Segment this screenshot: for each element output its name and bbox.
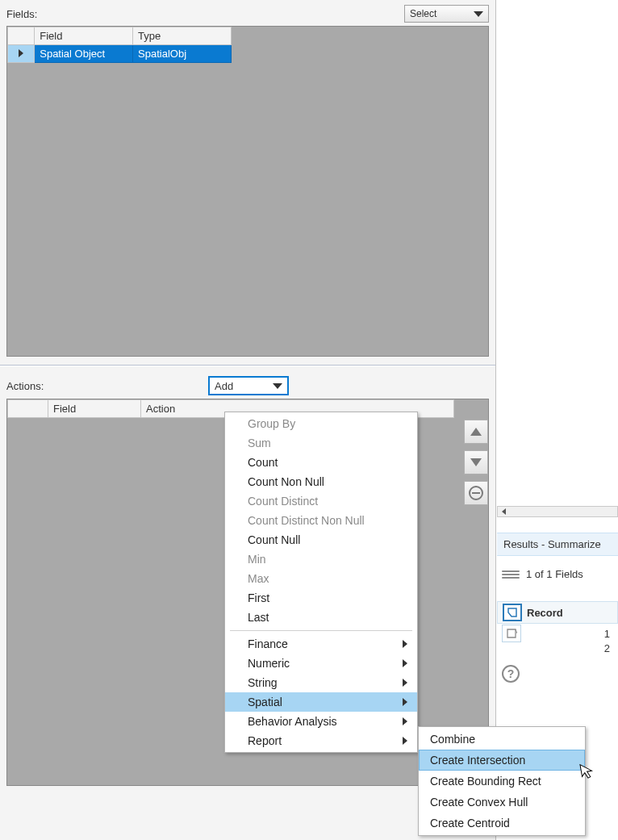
spatial-submenu: Combine Create Intersection Create Bound… <box>418 726 586 836</box>
menu-behavior[interactable]: Behavior Analysis <box>225 712 417 731</box>
pentagon-shape-button[interactable] <box>502 625 521 642</box>
fields-cell-field[interactable]: Spatial Object <box>35 45 133 63</box>
results-row1-num: 1 <box>592 628 613 640</box>
submenu-create-centroid[interactable]: Create Centroid <box>419 813 585 834</box>
menu-count-distinct-non-null[interactable]: Count Distinct Non Null <box>225 511 417 530</box>
fields-section: Fields: Select Field Type Spatial Object… <box>0 0 495 357</box>
results-title: Results - Summarize <box>497 533 618 556</box>
move-up-button[interactable] <box>464 420 488 444</box>
menu-sum[interactable]: Sum <box>225 433 417 453</box>
submenu-create-bounding-rect[interactable]: Create Bounding Rect <box>419 771 585 792</box>
actions-rowhead-header[interactable] <box>8 400 48 418</box>
chevron-down-icon <box>273 383 282 389</box>
fields-row[interactable]: Spatial Object SpatialObj <box>8 45 232 63</box>
chevron-right-icon <box>403 679 407 687</box>
menu-count-non-null[interactable]: Count Non Null <box>225 472 417 491</box>
minus-circle-icon <box>469 486 483 500</box>
menu-string[interactable]: String <box>225 673 417 692</box>
fields-cell-type[interactable]: SpatialObj <box>133 45 232 63</box>
actions-col-field[interactable]: Field <box>48 400 141 418</box>
add-action-menu: Group By Sum Count Count Non Null Count … <box>224 412 418 753</box>
results-panel: Results - Summarize 1 of 1 Fields Record… <box>497 0 618 840</box>
submenu-create-convex-hull[interactable]: Create Convex Hull <box>419 792 585 813</box>
scroll-left-button[interactable] <box>498 507 509 516</box>
fields-select-label: Select <box>410 8 436 19</box>
action-order-buttons <box>464 420 488 505</box>
chevron-right-icon <box>403 659 407 667</box>
menu-last[interactable]: Last <box>225 608 417 627</box>
current-row-icon <box>19 49 23 57</box>
submenu-create-intersection[interactable]: Create Intersection <box>419 750 585 771</box>
chevron-right-icon <box>403 737 407 745</box>
remove-button[interactable] <box>464 481 488 505</box>
results-row2-num: 2 <box>592 642 613 654</box>
fields-col-type[interactable]: Type <box>133 27 232 45</box>
menu-separator <box>230 630 412 631</box>
results-fields-count: 1 of 1 Fields <box>526 568 583 580</box>
fields-label: Fields: <box>6 8 37 20</box>
pentagon-icon <box>506 628 517 639</box>
polygon-shape-button[interactable] <box>503 604 522 621</box>
submenu-combine[interactable]: Combine <box>419 729 585 750</box>
menu-numeric[interactable]: Numeric <box>225 654 417 673</box>
menu-count-distinct[interactable]: Count Distinct <box>225 491 417 511</box>
actions-add-dropdown[interactable]: Add <box>208 376 289 395</box>
svg-marker-0 <box>508 608 516 616</box>
results-toolbar: 1 of 1 Fields <box>497 565 618 583</box>
menu-min[interactable]: Min <box>225 550 417 569</box>
fields-select-dropdown[interactable]: Select <box>404 5 489 23</box>
chevron-down-icon <box>474 11 483 17</box>
menu-count-null[interactable]: Count Null <box>225 530 417 550</box>
menu-first[interactable]: First <box>225 588 417 608</box>
menu-max[interactable]: Max <box>225 569 417 588</box>
chevron-right-icon <box>403 640 407 648</box>
arrow-down-icon <box>470 458 482 466</box>
help-button[interactable]: ? <box>502 665 520 683</box>
menu-count[interactable]: Count <box>225 453 417 472</box>
arrow-up-icon <box>470 428 482 436</box>
actions-add-label: Add <box>215 380 233 392</box>
menu-finance[interactable]: Finance <box>225 634 417 654</box>
chevron-left-icon <box>502 508 506 515</box>
menu-spatial[interactable]: Spatial <box>225 692 417 712</box>
menu-report[interactable]: Report <box>225 731 417 750</box>
fields-table: Field Type Spatial Object SpatialObj <box>7 27 232 63</box>
horizontal-scrollbar[interactable] <box>497 506 618 517</box>
section-divider <box>0 365 495 366</box>
actions-label: Actions: <box>6 380 192 392</box>
results-record-row[interactable]: Record <box>497 601 618 624</box>
results-row-2[interactable]: 2 <box>497 641 618 656</box>
row-indicator <box>8 45 35 63</box>
help-icon: ? <box>507 667 515 680</box>
fields-col-field[interactable]: Field <box>35 27 133 45</box>
list-view-icon[interactable] <box>502 570 520 579</box>
polygon-icon <box>507 607 518 618</box>
fields-grid[interactable]: Field Type Spatial Object SpatialObj <box>6 26 489 357</box>
chevron-right-icon <box>403 698 407 706</box>
fields-rowhead-header[interactable] <box>8 27 35 45</box>
menu-group-by[interactable]: Group By <box>225 414 417 433</box>
results-record-label: Record <box>527 607 563 619</box>
svg-marker-1 <box>507 629 516 637</box>
move-down-button[interactable] <box>464 450 488 474</box>
chevron-right-icon <box>403 717 407 725</box>
